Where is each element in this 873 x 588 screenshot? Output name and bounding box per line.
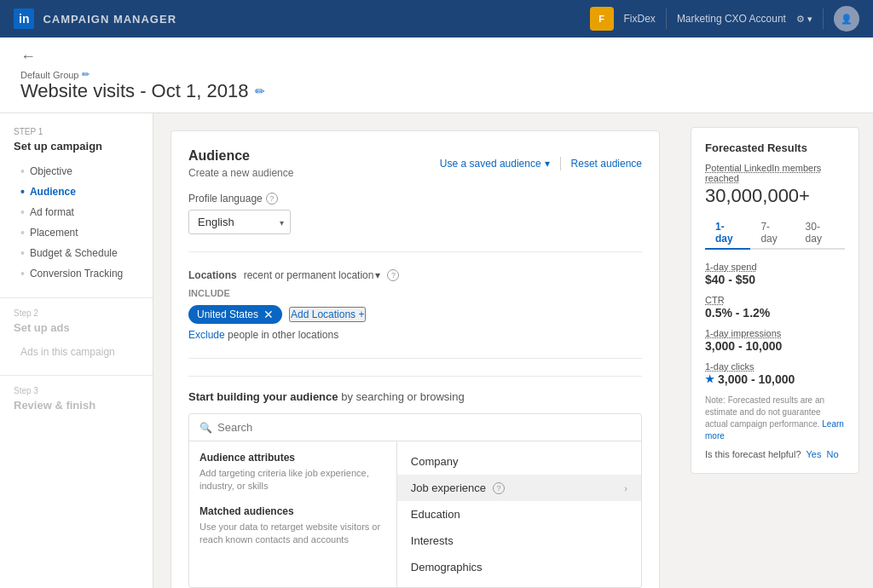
forecast-impressions-label: 1-day impressions: [705, 328, 845, 338]
dropdown-arrow-icon: ▾: [545, 158, 550, 170]
location-tags: United States ✕ Add Locations +: [188, 305, 642, 324]
location-filter-arrow: ▾: [375, 269, 380, 281]
breadcrumb-bar: ← Default Group ✏ Website visits - Oct 1…: [0, 37, 873, 113]
forecast-card: Forecasted Results Potential LinkedIn me…: [691, 127, 859, 474]
account-settings-icon[interactable]: ⚙ ▾: [796, 14, 812, 25]
sidebar-item-label-audience: Audience: [30, 186, 76, 198]
sidebar-item-conversion[interactable]: Conversion Tracking: [0, 263, 153, 284]
top-nav: in CAMPAIGN MANAGER F FixDex Marketing C…: [0, 0, 873, 37]
job-experience-help-icon[interactable]: ?: [493, 482, 505, 494]
sidebar-item-label-conversion: Conversion Tracking: [30, 268, 123, 280]
exclude-locations-link[interactable]: Exclude: [188, 329, 225, 341]
browse-menu-demographics[interactable]: Demographics: [397, 554, 641, 580]
location-tag-text: United States: [197, 308, 258, 320]
location-tag-us: United States ✕: [188, 305, 282, 324]
matched-audiences-section: Matched audiences Use your data to retar…: [199, 505, 386, 547]
sidebar-item-adformat[interactable]: Ad format: [0, 202, 153, 222]
card-title-group: Audience Create a new audience: [188, 148, 293, 179]
browse-menu-demographics-label: Demographics: [411, 561, 483, 574]
locations-section: Locations recent or permanent location ▾…: [188, 269, 642, 359]
forecast-spend-label: 1-day spend: [705, 262, 845, 272]
nav-right: F FixDex Marketing CXO Account ⚙ ▾ 👤: [590, 6, 859, 32]
forecast-reached-label: Potential LinkedIn members reached: [705, 163, 845, 183]
content-area: Step 1 Set up campaign Objective Audienc…: [0, 113, 873, 588]
add-locations-btn[interactable]: Add Locations +: [289, 307, 366, 322]
forecast-tabs: 1-day 7-day 30-day: [705, 217, 845, 250]
language-select-wrapper: English ▾: [188, 210, 291, 234]
browse-right-panel: Company Job experience ? ›: [397, 441, 641, 587]
step2-title: Set up ads: [0, 321, 153, 343]
browse-menu-job-experience[interactable]: Job experience ? ›: [397, 475, 641, 501]
use-saved-label: Use a saved audience: [440, 158, 541, 170]
audience-builder-section: Start building your audience by searchin…: [188, 376, 642, 588]
sidebar: Step 1 Set up campaign Objective Audienc…: [0, 113, 153, 588]
audience-attributes-desc: Add targeting criteria like job experien…: [199, 467, 386, 493]
forecast-ctr-value: 0.5% - 1.2%: [705, 306, 845, 320]
profile-language-section: Profile language ? English ▾: [188, 193, 642, 252]
location-filter-btn[interactable]: recent or permanent location ▾: [244, 269, 381, 281]
linkedin-logo: in: [14, 9, 34, 29]
back-button[interactable]: ←: [20, 48, 36, 66]
edit-page-title-icon[interactable]: ✏: [255, 84, 265, 98]
audience-section-title: Audience: [188, 148, 293, 164]
browse-menu-education[interactable]: Education: [397, 501, 641, 527]
forecast-clicks-value-text: 3,000 - 10,000: [718, 372, 795, 386]
forecast-note-text: Note: Forecasted results are an estimate…: [705, 395, 824, 429]
account-name[interactable]: Marketing CXO Account: [677, 13, 786, 25]
browse-row: Audience attributes Add targeting criter…: [189, 441, 641, 587]
location-tag-remove-btn[interactable]: ✕: [263, 308, 274, 320]
language-select[interactable]: English: [188, 210, 291, 234]
use-saved-audience-btn[interactable]: Use a saved audience ▾: [440, 158, 550, 170]
forecast-reached-value: 30,000,000+: [705, 185, 845, 207]
matched-audiences-title: Matched audiences: [199, 505, 386, 517]
action-divider: [560, 157, 561, 170]
forecast-tab-7day[interactable]: 7-day: [750, 217, 795, 250]
brand-name[interactable]: FixDex: [624, 13, 656, 25]
step2-label: Step 2: [0, 308, 153, 321]
sidebar-item-placement[interactable]: Placement: [0, 222, 153, 243]
forecast-note: Note: Forecasted results are an estimate…: [705, 395, 845, 442]
sidebar-item-label-adformat: Ad format: [30, 206, 74, 218]
sidebar-step3: Step 3 Review & finish: [0, 375, 153, 420]
browse-left-panel: Audience attributes Add targeting criter…: [189, 441, 397, 587]
step1-label: Step 1: [0, 127, 153, 140]
sidebar-item-label-placement: Placement: [30, 227, 78, 239]
clicks-star-icon: ★: [705, 373, 714, 385]
edit-group-icon[interactable]: ✏: [82, 69, 90, 80]
sidebar-item-audience[interactable]: Audience: [0, 182, 153, 202]
forecast-tab-1day[interactable]: 1-day: [705, 217, 750, 250]
forecast-impressions-value: 3,000 - 10,000: [705, 339, 845, 353]
profile-language-help-icon[interactable]: ?: [266, 193, 278, 205]
locations-header-row: Locations recent or permanent location ▾…: [188, 269, 642, 281]
forecast-ctr: CTR 0.5% - 1.2%: [705, 295, 845, 320]
forecast-impressions: 1-day impressions 3,000 - 10,000: [705, 328, 845, 353]
forecast-tab-30day[interactable]: 30-day: [795, 217, 845, 250]
locations-help-icon[interactable]: ?: [387, 269, 399, 281]
card-actions: Use a saved audience ▾ Reset audience: [440, 157, 642, 170]
card-header: Audience Create a new audience Use a sav…: [188, 148, 642, 179]
include-label: INCLUDE: [188, 288, 642, 298]
forecast-no-btn[interactable]: No: [826, 449, 838, 459]
audience-search-input[interactable]: [217, 421, 631, 434]
reset-audience-btn[interactable]: Reset audience: [571, 158, 642, 170]
sidebar-item-objective[interactable]: Objective: [0, 161, 153, 182]
search-icon: 🔍: [199, 422, 212, 434]
user-avatar[interactable]: 👤: [834, 6, 859, 32]
search-browse-container: 🔍 Audience attributes Add targeting crit…: [188, 413, 642, 588]
job-experience-arrow: ›: [624, 483, 627, 493]
browse-menu-interests[interactable]: Interests: [397, 527, 641, 554]
forecast-spend-value: $40 - $50: [705, 273, 845, 286]
step3-title: Review & finish: [0, 399, 153, 420]
sidebar-item-budget[interactable]: Budget & Schedule: [0, 243, 153, 263]
nav-divider: [666, 9, 667, 29]
locations-label: Locations: [188, 269, 237, 281]
browse-menu-company[interactable]: Company: [397, 448, 641, 475]
brand-icon: F: [590, 7, 614, 31]
forecast-spend: 1-day spend $40 - $50: [705, 262, 845, 286]
profile-language-label: Profile language ?: [188, 193, 642, 205]
forecast-yes-btn[interactable]: Yes: [807, 449, 822, 459]
forecast-helpful-text: Is this forecast helpful?: [705, 449, 801, 459]
browse-menu-job-label: Job experience ?: [411, 481, 505, 494]
builder-title-end: by searching or browsing: [341, 390, 465, 403]
browse-menu-company-label: Company: [411, 455, 459, 468]
